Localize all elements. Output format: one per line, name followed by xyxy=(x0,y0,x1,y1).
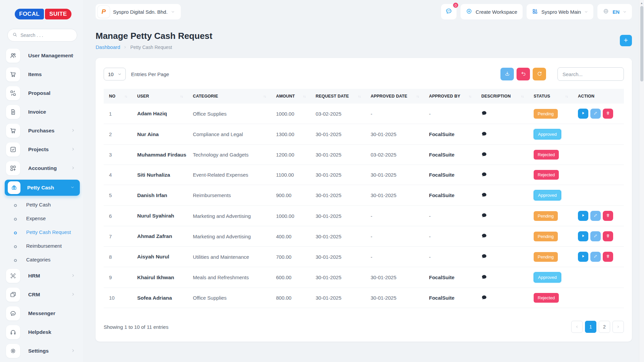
delete-action-button[interactable] xyxy=(603,252,613,262)
cell-amount: 600.00 xyxy=(271,267,310,288)
page-scrollbar[interactable]: ▲ xyxy=(639,0,644,362)
description-bubble-button[interactable] xyxy=(481,274,487,281)
workspace-selector[interactable]: P Syspro Digital Sdn. Bhd. xyxy=(96,4,181,19)
column-header-approved-date[interactable]: APPROVED DATE↑↓ xyxy=(365,89,424,104)
undo-button[interactable] xyxy=(517,68,530,80)
sidebar-item-projects[interactable]: Projects xyxy=(0,140,83,159)
entries-label: Entries Per Page xyxy=(131,71,169,77)
breadcrumb-dashboard-link[interactable]: Dashboard xyxy=(96,44,120,50)
sidebar-item-hrm[interactable]: HRM xyxy=(0,266,83,285)
plus-circle-icon xyxy=(466,8,472,15)
boxes-icon xyxy=(6,86,20,100)
column-header-categorie[interactable]: CATEGORIE↑↓ xyxy=(187,89,271,104)
sidebar-search-input[interactable] xyxy=(20,33,61,38)
pagination-prev-button[interactable] xyxy=(571,321,583,333)
sidebar-item-invoice[interactable]: Invoice xyxy=(0,103,83,121)
sidebar-item-proposal[interactable]: Proposal xyxy=(0,84,83,103)
cell-no: 8 xyxy=(104,247,132,267)
cell-user: Danish Irfan xyxy=(132,185,187,206)
cart-icon xyxy=(6,124,20,138)
sort-icon: ↑↓ xyxy=(565,95,568,98)
column-header-request-date[interactable]: REQUEST DATE↑↓ xyxy=(310,89,365,104)
edit-action-button[interactable] xyxy=(590,109,601,119)
column-header-approved-by[interactable]: APPROVED BY↑↓ xyxy=(424,89,476,104)
cell-user: Adam Haziq xyxy=(132,104,187,124)
delete-action-button[interactable] xyxy=(603,211,613,221)
scrollbar-thumb[interactable] xyxy=(640,6,643,81)
cell-amount: 1200.00 xyxy=(271,145,310,165)
description-bubble-button[interactable] xyxy=(481,131,487,138)
sort-icon: ↑↓ xyxy=(416,95,419,98)
edit-action-button[interactable] xyxy=(590,211,601,221)
column-header-user[interactable]: USER↑↓ xyxy=(132,89,187,104)
table-row: 3Muhammad FirdausTechnology and Gadgets1… xyxy=(104,145,624,165)
approve-action-button[interactable] xyxy=(578,211,588,221)
sidebar-search[interactable] xyxy=(7,29,77,42)
sidebar-subitem-petty-cash-request[interactable]: Petty Cash Request xyxy=(0,225,83,239)
cell-approved-by: FocalSuite xyxy=(424,165,476,185)
sidebar-item-petty-cash[interactable]: Petty Cash xyxy=(5,180,80,196)
language-selector[interactable]: EN xyxy=(597,4,632,19)
sidebar-subitem-categories[interactable]: Categories xyxy=(0,253,83,266)
sidebar-subitem-reimbursement[interactable]: Reimbursement xyxy=(0,239,83,253)
refresh-button[interactable] xyxy=(533,68,546,80)
sidebar-item-messenger[interactable]: Messenger xyxy=(0,304,83,323)
sidebar-subitem-expense[interactable]: Expense xyxy=(0,212,83,225)
approve-action-button[interactable] xyxy=(578,231,588,241)
description-bubble-button[interactable] xyxy=(481,110,487,117)
add-request-button[interactable] xyxy=(620,35,632,46)
ring-icon xyxy=(13,244,17,248)
pagination-page-1[interactable]: 1 xyxy=(585,321,596,333)
row-actions xyxy=(578,109,623,119)
chevron-left-icon xyxy=(575,324,579,329)
table-row: 1Adam HaziqOffice Supplies1000.0003-02-2… xyxy=(104,104,624,124)
sidebar-item-crm[interactable]: CRM xyxy=(0,285,83,304)
sidebar-subitem-petty-cash[interactable]: Petty Cash xyxy=(0,198,83,212)
column-header-action[interactable]: ACTION xyxy=(573,89,624,104)
edit-action-button[interactable] xyxy=(590,231,601,241)
sidebar-item-accounting[interactable]: Accounting xyxy=(0,159,83,178)
edit-action-button[interactable] xyxy=(590,252,601,262)
description-bubble-button[interactable] xyxy=(481,172,487,178)
pagination-page-2[interactable]: 2 xyxy=(599,321,610,333)
description-bubble-button[interactable] xyxy=(481,152,487,158)
delete-action-button[interactable] xyxy=(603,231,613,241)
description-bubble-button[interactable] xyxy=(481,192,487,199)
sidebar-item-helpdesk[interactable]: Helpdesk xyxy=(0,323,83,342)
export-button[interactable] xyxy=(500,68,514,80)
undo-icon xyxy=(521,71,526,77)
sidebar-item-settings[interactable]: Settings xyxy=(0,342,83,360)
sort-icon: ↑↓ xyxy=(303,95,306,98)
cell-categorie: Reimbursements xyxy=(187,185,271,206)
sidebar-subitem-label: Petty Cash xyxy=(26,202,51,207)
column-header-status[interactable]: STATUS↑↓ xyxy=(528,89,573,104)
chat-button[interactable]: 0 xyxy=(441,4,457,19)
column-header-no[interactable]: NO↑↓ xyxy=(104,89,132,104)
messenger-icon xyxy=(6,306,20,320)
column-header-description[interactable]: DESCRIPTION↑↓ xyxy=(476,89,528,104)
plus-icon xyxy=(623,38,629,44)
description-bubble-button[interactable] xyxy=(481,213,487,219)
column-header-amount[interactable]: AMOUNT↑↓ xyxy=(271,89,310,104)
cell-no: 3 xyxy=(104,145,132,165)
cell-approved-date: 03-02-2025 xyxy=(365,145,424,165)
description-bubble-button[interactable] xyxy=(481,253,487,260)
scroll-up-arrow[interactable]: ▲ xyxy=(639,0,644,5)
entries-per-page-select[interactable]: 10 xyxy=(104,68,126,80)
approve-action-button[interactable] xyxy=(578,109,588,119)
table-search-input[interactable] xyxy=(557,67,624,81)
cell-status: Pending xyxy=(528,104,573,124)
sidebar-item-items[interactable]: Items xyxy=(0,65,83,84)
sidebar-item-user-management[interactable]: User Management xyxy=(0,46,83,65)
pencil-icon xyxy=(593,111,598,116)
description-bubble-button[interactable] xyxy=(481,295,487,301)
create-workspace-button[interactable]: Create Workspace xyxy=(461,4,523,19)
approve-action-button[interactable] xyxy=(578,252,588,262)
sidebar-item-purchases[interactable]: Purchases xyxy=(0,121,83,140)
pagination-next-button[interactable] xyxy=(612,321,624,333)
description-bubble-button[interactable] xyxy=(481,233,487,240)
brand-logo[interactable]: FOCALSUITE xyxy=(15,9,83,19)
logo-suite: SUITE xyxy=(45,9,71,19)
app-selector[interactable]: Syspro Web Main xyxy=(527,4,593,19)
delete-action-button[interactable] xyxy=(603,109,613,119)
